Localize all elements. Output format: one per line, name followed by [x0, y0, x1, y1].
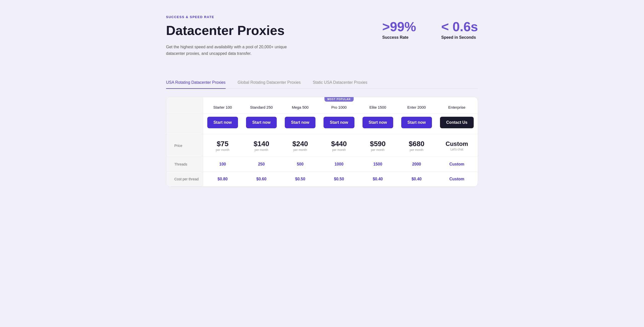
- button-row-label-cell: [166, 114, 203, 135]
- elite-threads-cell: 1500: [358, 157, 397, 172]
- enterprise-contact-button[interactable]: Contact Us: [440, 117, 474, 128]
- cost-per-thread-row-label: Cost per thread: [166, 172, 203, 186]
- starter-start-button[interactable]: Start now: [207, 117, 238, 128]
- price-row-label: Price: [166, 135, 203, 157]
- tab-static-usa[interactable]: Static USA Datacenter Proxies: [313, 77, 367, 89]
- plan-elite-1500-header: Elite 1500: [358, 97, 397, 114]
- stats-section: >99% Success Rate < 0.6s Speed in Second…: [382, 15, 478, 40]
- pro-cost-cell: $0.50: [319, 172, 358, 186]
- elite-price-cell: $590 per month: [358, 135, 397, 157]
- enter-price-cell: $680 per month: [397, 135, 436, 157]
- enter-threads-cell: 2000: [397, 157, 436, 172]
- enterprise-cost-cell: Custom: [436, 172, 478, 186]
- starter-button-cell: Start now: [203, 114, 242, 135]
- elite-start-button[interactable]: Start now: [363, 117, 393, 128]
- starter-price-cell: $75 per month: [203, 135, 242, 157]
- threads-row-label: Threads: [166, 157, 203, 172]
- enter-button-cell: Start now: [397, 114, 436, 135]
- enterprise-price-cell: Custom Let's chat: [436, 135, 478, 157]
- standard-price-cell: $140 per month: [242, 135, 281, 157]
- pricing-table: Starter 100 Standard 250 Mega 500 MOST P…: [166, 97, 478, 187]
- starter-cost-cell: $0.80: [203, 172, 242, 186]
- standard-cost-cell: $0.60: [242, 172, 281, 186]
- enter-start-button[interactable]: Start now: [401, 117, 432, 128]
- plan-enter-2000-header: Enter 2000: [397, 97, 436, 114]
- plan-standard-250-header: Standard 250: [242, 97, 281, 114]
- empty-header-cell: [166, 97, 203, 114]
- speed-rate-label: Speed in Seconds: [441, 35, 478, 40]
- pricing-container: Starter 100 Standard 250 Mega 500 MOST P…: [166, 97, 478, 187]
- enter-cost-cell: $0.40: [397, 172, 436, 186]
- button-row: Start now Start now Start now Start now …: [166, 114, 478, 135]
- pro-threads-cell: 1000: [319, 157, 358, 172]
- plan-header-row: Starter 100 Standard 250 Mega 500 MOST P…: [166, 97, 478, 114]
- threads-row: Threads 100 250 500 1000 1500: [166, 157, 478, 172]
- plan-starter-100-header: Starter 100: [203, 97, 242, 114]
- enterprise-threads-cell: Custom: [436, 157, 478, 172]
- mega-threads-cell: 500: [281, 157, 319, 172]
- price-row: Price $75 per month $140 per month $240 …: [166, 135, 478, 157]
- standard-button-cell: Start now: [242, 114, 281, 135]
- tabs-list: USA Rotating Datacenter Proxies Global R…: [166, 77, 478, 89]
- speed-rate-value: < 0.6s: [441, 20, 478, 33]
- pro-start-button[interactable]: Start now: [324, 117, 354, 128]
- standard-threads-cell: 250: [242, 157, 281, 172]
- starter-threads-cell: 100: [203, 157, 242, 172]
- hero-description: Get the highest speed and availability w…: [166, 44, 287, 57]
- tab-usa-rotating[interactable]: USA Rotating Datacenter Proxies: [166, 77, 226, 89]
- plan-pro-1000-header: MOST POPULAR Pro 1000: [319, 97, 358, 114]
- success-rate-label: Success Rate: [382, 35, 416, 40]
- enterprise-button-cell: Contact Us: [436, 114, 478, 135]
- mega-price-cell: $240 per month: [281, 135, 319, 157]
- mega-cost-cell: $0.50: [281, 172, 319, 186]
- most-popular-badge: MOST POPULAR: [324, 97, 354, 102]
- page-title: Datacenter Proxies: [166, 23, 307, 38]
- tabs-section: USA Rotating Datacenter Proxies Global R…: [166, 77, 478, 89]
- pro-button-cell: Start now: [319, 114, 358, 135]
- mega-button-cell: Start now: [281, 114, 319, 135]
- plan-mega-500-header: Mega 500: [281, 97, 319, 114]
- cost-per-thread-row: Cost per thread $0.80 $0.60 $0.50 $0.50 …: [166, 172, 478, 186]
- pro-price-cell: $440 per month: [319, 135, 358, 157]
- section-label: SUCCESS & SPEED RATE: [166, 15, 307, 19]
- success-rate-value: >99%: [382, 20, 416, 33]
- elite-button-cell: Start now: [358, 114, 397, 135]
- elite-cost-cell: $0.40: [358, 172, 397, 186]
- success-rate-stat: >99% Success Rate: [382, 20, 416, 40]
- tab-global-rotating[interactable]: Global Rotating Datacenter Proxies: [238, 77, 301, 89]
- standard-start-button[interactable]: Start now: [246, 117, 277, 128]
- plan-enterprise-header: Enterprise: [436, 97, 478, 114]
- speed-rate-stat: < 0.6s Speed in Seconds: [441, 20, 478, 40]
- mega-start-button[interactable]: Start now: [285, 117, 315, 128]
